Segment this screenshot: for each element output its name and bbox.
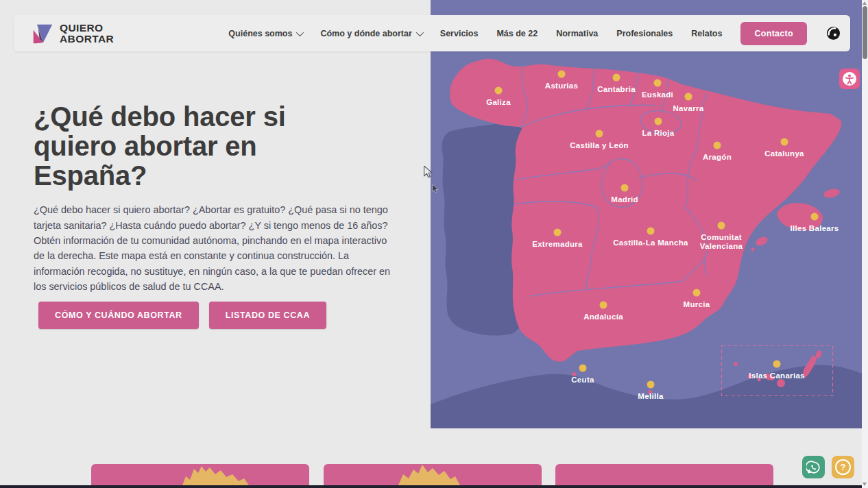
nav-label: Relatos <box>691 29 722 38</box>
browser-scrollbar[interactable] <box>862 0 868 488</box>
map-region-label: Melilla <box>638 392 664 400</box>
globe-icon <box>826 26 841 40</box>
whatsapp-icon <box>806 460 821 475</box>
brand-line1: QUIERO <box>60 23 114 34</box>
region-card-3[interactable] <box>555 464 773 485</box>
map-region-label: Valenciana <box>700 242 743 250</box>
nav-label: Más de 22 <box>496 29 538 38</box>
nav-item-servicios[interactable]: Servicios <box>440 29 479 38</box>
scrollbar-down-arrow[interactable] <box>863 483 867 486</box>
map-region-label: Murcia <box>684 300 710 308</box>
question-icon: ? <box>835 459 851 475</box>
hero-description: ¿Qué debo hacer si quiero abortar? ¿Abor… <box>34 202 400 294</box>
map-region-label: Castilla-La Mancha <box>613 239 688 247</box>
map-region-label: Extremadura <box>532 240 583 248</box>
nav-item-como-y-donde-abortar[interactable]: Cómo y dónde abortar <box>320 29 421 38</box>
nav-item-quienes-somos[interactable]: Quiénes somos <box>228 29 302 38</box>
map-region-label: Cantabria <box>597 85 636 93</box>
chevron-down-icon <box>416 28 424 36</box>
brand-logo[interactable]: QUIERO ABORTAR <box>32 23 114 45</box>
map-region-label: Madrid <box>611 195 638 204</box>
map-region-label: La Rioja <box>642 129 674 137</box>
bottom-dark-strip <box>0 485 868 488</box>
header-navbar: QUIERO ABORTAR Quiénes somos Cómo y dónd… <box>14 15 850 51</box>
nav-label: Normativa <box>556 29 598 38</box>
map-region-label: Ceuta <box>571 376 594 384</box>
map-region-label: Catalunya <box>764 149 804 158</box>
nav-item-normativa[interactable]: Normativa <box>556 29 598 38</box>
nav-item-mas-de-22[interactable]: Más de 22 <box>496 29 538 38</box>
quiero-abortar-logo-icon <box>32 23 53 45</box>
chevron-down-icon <box>296 28 304 36</box>
page-title: ¿Qué debo hacer si quiero abortar en Esp… <box>34 102 349 191</box>
map-region-label: Andalucía <box>583 313 623 321</box>
brand-logo-text: QUIERO ABORTAR <box>60 23 114 45</box>
nav-label: Cómo y dónde abortar <box>320 29 411 38</box>
map-region-label: Navarra <box>673 104 704 112</box>
help-button[interactable]: ? <box>832 456 854 478</box>
como-y-cuando-abortar-button[interactable]: CÓMO Y CUÁNDO ABORTAR <box>38 302 199 329</box>
hero-buttons-row: CÓMO Y CUÁNDO ABORTAR LISTADO DE CCAA <box>38 302 326 329</box>
map-region-label: Comunitat <box>701 233 742 241</box>
accessibility-icon <box>841 71 858 87</box>
brand-line2: ABORTAR <box>60 34 114 45</box>
scrollbar-up-arrow[interactable] <box>863 1 867 5</box>
map-region-label: Aragón <box>703 153 732 161</box>
region-silhouette-yellow <box>91 464 309 485</box>
map-portugal-silhouette <box>442 124 522 336</box>
nav-label: Quiénes somos <box>228 29 292 38</box>
region-card-2[interactable] <box>324 464 542 485</box>
map-panel: GalizaAsturiasCantabriaEuskadiNavarraLa … <box>431 0 862 428</box>
nav-item-relatos[interactable]: Relatos <box>691 29 722 38</box>
whatsapp-button[interactable] <box>802 456 825 478</box>
spain-map: GalizaAsturiasCantabriaEuskadiNavarraLa … <box>431 0 862 428</box>
map-region-label: Illes Balears <box>790 224 839 232</box>
region-silhouette-yellow <box>324 464 542 485</box>
region-card-1[interactable] <box>91 464 309 485</box>
map-region-label: Islas Canarias <box>749 371 805 380</box>
map-region-label: Castilla y León <box>570 141 629 149</box>
main-navigation: Quiénes somos Cómo y dónde abortar Servi… <box>228 22 841 45</box>
contact-button[interactable]: Contacto <box>740 22 807 45</box>
map-region-label: Asturias <box>545 82 578 90</box>
page-root: { "header": { "logo": { "line1": "QUIERO… <box>0 0 868 488</box>
nav-label: Profesionales <box>616 29 673 38</box>
listado-de-ccaa-button[interactable]: LISTADO DE CCAA <box>209 302 326 329</box>
accessibility-button[interactable] <box>839 69 860 89</box>
language-button[interactable] <box>825 26 841 41</box>
nav-item-profesionales[interactable]: Profesionales <box>616 29 673 38</box>
map-region-label: Galiza <box>486 98 511 106</box>
nav-label: Servicios <box>440 29 479 38</box>
map-region-label: Euskadi <box>642 90 673 99</box>
scrollbar-thumb[interactable] <box>863 6 867 59</box>
